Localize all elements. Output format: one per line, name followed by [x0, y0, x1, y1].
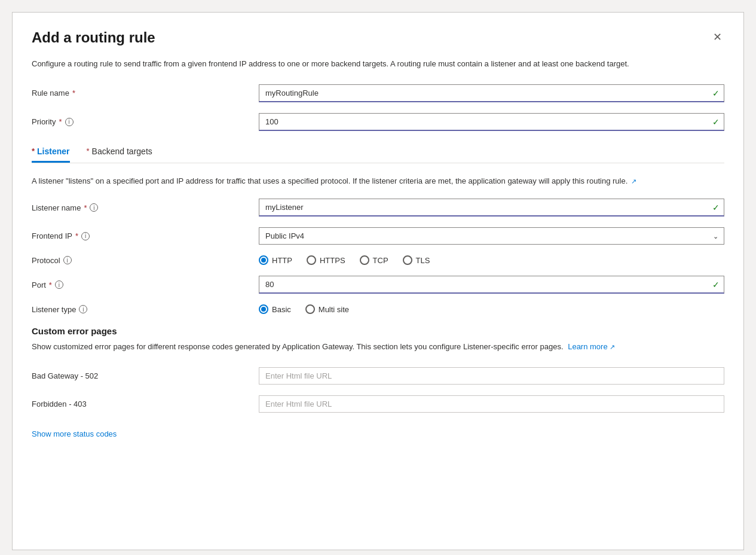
- tab-listener[interactable]: * Listener: [32, 142, 70, 163]
- forbidden-row: Forbidden - 403: [32, 395, 724, 413]
- listener-type-label: Listener type i: [32, 305, 259, 314]
- protocol-tcp-radio[interactable]: [360, 255, 369, 265]
- frontend-ip-row: Frontend IP * i Public IPv4 Private IPv4…: [32, 227, 724, 245]
- custom-error-title: Custom error pages: [32, 326, 724, 336]
- protocol-https-option[interactable]: HTTPS: [307, 255, 345, 265]
- learn-more-link[interactable]: Learn more ↗: [568, 342, 615, 351]
- forbidden-label: Forbidden - 403: [32, 400, 259, 408]
- close-button[interactable]: ✕: [711, 29, 724, 45]
- priority-required: *: [59, 117, 62, 126]
- protocol-tls-radio[interactable]: [403, 255, 412, 265]
- rule-name-input[interactable]: [259, 84, 724, 102]
- protocol-tcp-label: TCP: [373, 256, 388, 265]
- forbidden-control: [259, 395, 724, 413]
- listener-name-input-wrapper: ✓: [259, 199, 724, 216]
- protocol-http-radio[interactable]: [259, 255, 268, 265]
- bad-gateway-label: Bad Gateway - 502: [32, 371, 259, 380]
- dialog-header: Add a routing rule ✕: [32, 29, 724, 46]
- forbidden-input[interactable]: [259, 395, 724, 413]
- listener-tab-required: *: [32, 147, 35, 155]
- backend-tab-required: *: [87, 147, 90, 155]
- tabs-container: * Listener * Backend targets: [32, 142, 724, 163]
- listener-name-checkmark: ✓: [712, 203, 720, 212]
- rule-name-checkmark: ✓: [712, 89, 720, 98]
- frontend-ip-control: Public IPv4 Private IPv4 ⌄: [259, 227, 724, 245]
- rule-name-input-wrapper: ✓: [259, 84, 724, 102]
- rule-name-row: Rule name * ✓: [32, 84, 724, 102]
- port-label: Port * i: [32, 280, 259, 289]
- show-more-status-codes-link[interactable]: Show more status codes: [32, 429, 117, 438]
- frontend-ip-required: *: [75, 231, 78, 240]
- protocol-https-radio[interactable]: [307, 255, 316, 265]
- listener-type-basic-radio[interactable]: [259, 304, 268, 314]
- dialog-description: Configure a routing rule to send traffic…: [32, 58, 724, 70]
- learn-more-external-icon: ↗: [610, 343, 615, 350]
- protocol-info-icon[interactable]: i: [63, 256, 72, 264]
- listener-type-multisite-radio[interactable]: [305, 304, 315, 314]
- priority-info-icon[interactable]: i: [65, 118, 74, 126]
- frontend-ip-label: Frontend IP * i: [32, 231, 259, 240]
- bad-gateway-control: [259, 367, 724, 385]
- priority-label: Priority * i: [32, 117, 259, 126]
- protocol-tcp-option[interactable]: TCP: [360, 255, 388, 265]
- rule-name-required: *: [72, 89, 75, 97]
- protocol-control: HTTP HTTPS TCP TLS: [259, 255, 724, 265]
- listener-name-info-icon[interactable]: i: [90, 203, 98, 212]
- listener-tab-label: Listener: [37, 147, 69, 156]
- custom-error-section: Custom error pages Show customized error…: [32, 326, 724, 439]
- protocol-label: Protocol i: [32, 256, 259, 265]
- port-input-wrapper: ✓: [259, 276, 724, 294]
- bad-gateway-row: Bad Gateway - 502: [32, 367, 724, 385]
- protocol-tls-option[interactable]: TLS: [403, 255, 430, 265]
- custom-error-description: Show customized error pages for differen…: [32, 341, 724, 353]
- frontend-ip-info-icon[interactable]: i: [81, 232, 90, 240]
- listener-type-control: Basic Multi site: [259, 304, 724, 314]
- listener-type-multisite-option[interactable]: Multi site: [305, 304, 349, 314]
- port-checkmark: ✓: [712, 280, 720, 289]
- listener-type-row: Listener type i Basic Multi site: [32, 304, 724, 314]
- port-control: ✓: [259, 276, 724, 294]
- frontend-ip-select-wrapper: Public IPv4 Private IPv4 ⌄: [259, 227, 724, 245]
- protocol-https-label: HTTPS: [320, 256, 345, 265]
- listener-type-basic-option[interactable]: Basic: [259, 304, 291, 314]
- listener-type-info-icon[interactable]: i: [79, 305, 87, 313]
- listener-external-link[interactable]: ↗: [631, 176, 636, 187]
- listener-name-control: ✓: [259, 199, 724, 216]
- port-info-icon[interactable]: i: [55, 280, 63, 289]
- listener-description: A listener "listens" on a specified port…: [32, 175, 724, 187]
- port-input[interactable]: [259, 276, 724, 294]
- priority-row: Priority * i ✓: [32, 113, 724, 131]
- port-row: Port * i ✓: [32, 276, 724, 294]
- protocol-tls-label: TLS: [416, 256, 430, 265]
- backend-tab-label: Backend targets: [92, 147, 152, 156]
- listener-type-radio-group: Basic Multi site: [259, 304, 724, 314]
- listener-name-required: *: [84, 203, 87, 212]
- rule-name-label: Rule name *: [32, 89, 259, 97]
- priority-input[interactable]: [259, 113, 724, 131]
- rule-name-control: ✓: [259, 84, 724, 102]
- port-required: *: [49, 280, 52, 289]
- protocol-http-label: HTTP: [272, 256, 292, 265]
- priority-control: ✓: [259, 113, 724, 131]
- add-routing-rule-dialog: Add a routing rule ✕ Configure a routing…: [12, 12, 744, 550]
- protocol-http-option[interactable]: HTTP: [259, 255, 292, 265]
- listener-name-row: Listener name * i ✓: [32, 199, 724, 216]
- priority-input-wrapper: ✓: [259, 113, 724, 131]
- frontend-ip-select[interactable]: Public IPv4 Private IPv4: [259, 227, 724, 245]
- tab-backend-targets[interactable]: * Backend targets: [87, 142, 152, 163]
- listener-name-input[interactable]: [259, 199, 724, 216]
- protocol-radio-group: HTTP HTTPS TCP TLS: [259, 255, 724, 265]
- listener-type-basic-label: Basic: [272, 305, 291, 314]
- bad-gateway-input[interactable]: [259, 367, 724, 385]
- listener-type-multisite-label: Multi site: [319, 305, 349, 314]
- dialog-title: Add a routing rule: [32, 29, 155, 46]
- protocol-row: Protocol i HTTP HTTPS TCP TLS: [32, 255, 724, 265]
- listener-name-label: Listener name * i: [32, 203, 259, 212]
- priority-checkmark: ✓: [712, 117, 720, 127]
